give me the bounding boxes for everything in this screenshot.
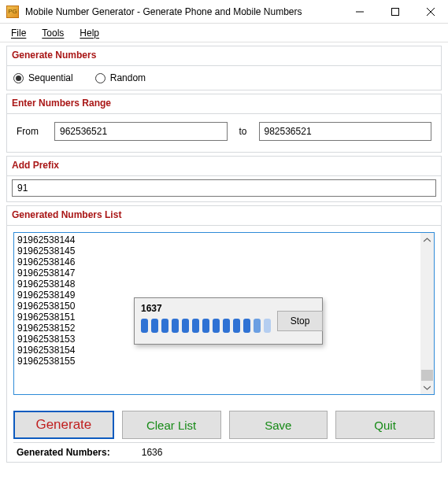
list-item: 91962538147 [17,267,121,279]
from-label: From [17,126,46,137]
maximize-button[interactable] [377,0,413,23]
radio-label: Random [110,72,146,83]
svg-rect-1 [391,8,398,15]
status-value: 1636 [142,447,163,458]
list-item: 91962538144 [17,234,121,245]
scrollbar[interactable] [420,233,434,394]
section-generate-numbers: Generate Numbers Sequential Random [6,46,442,90]
to-label: to [235,126,251,137]
progress-dialog: 1637 Stop [134,297,323,345]
section-range: Enter Numbers Range From to [6,94,442,153]
progress-count: 1637 [141,303,271,314]
title-bar: PG Mobile Number Generator - Generate Ph… [0,0,448,24]
to-input[interactable] [259,122,432,141]
list-item: 91962538151 [17,312,121,323]
list-item: 91962538152 [17,323,121,334]
scroll-thumb[interactable] [421,370,433,381]
radio-dot-icon [95,73,106,83]
generate-button[interactable]: Generate [13,411,114,439]
list-item: 91962538153 [17,334,121,345]
status-label: Generated Numbers: [17,447,110,458]
list-item: 91962538150 [17,301,121,312]
radio-label: Sequential [28,72,73,83]
minimize-button[interactable] [342,0,377,23]
progress-bar [141,319,271,333]
radio-dot-icon [13,73,24,83]
menu-file[interactable]: File [11,28,26,39]
section-prefix: Add Prefix [6,156,442,202]
clear-list-button[interactable]: Clear List [122,411,221,439]
list-item: 91962538148 [17,279,121,290]
section-header: Generate Numbers [7,46,441,66]
prefix-input[interactable] [12,179,436,197]
window-title: Mobile Number Generator - Generate Phone… [25,6,342,17]
stop-button[interactable]: Stop [277,311,323,331]
status-bar: Generated Numbers: 1636 [7,443,441,462]
button-row: Generate Clear List Save Quit [13,401,435,443]
section-header: Generated Numbers List [7,206,441,226]
save-button[interactable]: Save [229,411,328,439]
menu-help[interactable]: Help [80,28,99,39]
list-item: 91962538146 [17,256,121,267]
section-header: Add Prefix [7,157,441,176]
menu-bar: File Tools Help [0,24,448,42]
close-button[interactable] [413,0,448,23]
radio-random[interactable]: Random [95,72,146,83]
app-icon: PG [6,6,19,18]
list-item: 91962538155 [17,356,121,367]
mode-radio-group: Sequential Random [13,72,435,83]
menu-tools[interactable]: Tools [42,28,64,39]
from-input[interactable] [54,122,228,141]
section-header: Enter Numbers Range [7,94,441,114]
scroll-down-icon[interactable] [422,382,432,393]
list-item: 91962538145 [17,245,121,256]
scroll-up-icon[interactable] [422,234,432,245]
quit-button[interactable]: Quit [335,411,435,439]
list-item: 91962538149 [17,290,121,301]
radio-sequential[interactable]: Sequential [13,72,73,83]
list-item: 91962538154 [17,345,121,356]
